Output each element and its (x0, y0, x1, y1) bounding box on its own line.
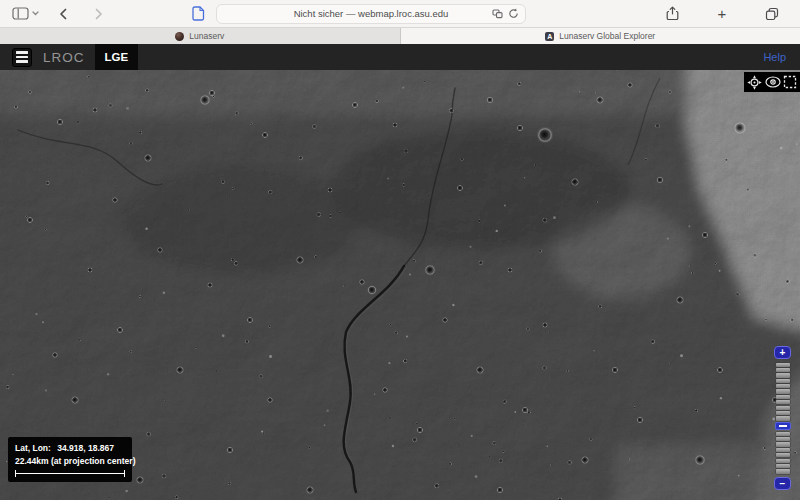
hamburger-menu-button[interactable] (12, 48, 32, 67)
tab-bar: Lunaserv A Lunaserv Global Explorer (0, 28, 800, 44)
zoom-level-bar[interactable] (776, 395, 790, 399)
zoom-level-bar[interactable] (776, 363, 790, 367)
browser-window: Nicht sicher — webmap.lroc.asu.edu (0, 0, 800, 500)
website-settings-icon[interactable] (492, 9, 503, 19)
address-bar[interactable]: Nicht sicher — webmap.lroc.asu.edu (216, 4, 526, 24)
scale-bar (15, 470, 125, 477)
latlon-value: 34.918, 18.867 (57, 443, 114, 453)
compass-icon[interactable] (747, 75, 762, 90)
tab-lge[interactable]: LGE (95, 44, 139, 70)
zoom-level-bar[interactable] (776, 373, 790, 377)
zoom-level-bar[interactable] (776, 379, 790, 383)
lroc-brand[interactable]: LROC (43, 50, 85, 65)
zoom-level-bar[interactable] (776, 459, 790, 463)
latlon-label: Lat, Lon: (15, 443, 51, 453)
zoom-slider-handle[interactable] (775, 422, 791, 430)
tab-label: Lunaserv (189, 31, 224, 41)
start-page-button[interactable] (188, 4, 208, 24)
zoom-level-bar[interactable] (776, 368, 790, 372)
plus-icon: + (718, 6, 727, 21)
zoom-level-bar[interactable] (776, 448, 790, 452)
tabs-icon (765, 7, 779, 21)
lunar-surface-image (0, 70, 800, 500)
zoom-out-button[interactable]: − (774, 477, 791, 490)
zoom-level-bar[interactable] (776, 432, 790, 436)
zoom-level-bar[interactable] (776, 400, 790, 404)
tab-overview-button[interactable] (762, 4, 782, 24)
help-link[interactable]: Help (763, 51, 786, 63)
share-button[interactable] (662, 4, 682, 24)
sidebar-toggle-button[interactable] (10, 4, 30, 24)
chevron-right-icon (95, 8, 103, 20)
tab-label: Lunaserv Global Explorer (559, 31, 655, 41)
zoom-level-bar[interactable] (776, 469, 790, 473)
zoom-level-bar[interactable] (776, 406, 790, 410)
lunar-map-viewport[interactable]: + − Lat, Lon: 34.918, 18.867 22.44km (at… (0, 70, 800, 500)
address-text: Nicht sicher — webmap.lroc.asu.edu (294, 8, 449, 19)
forward-button[interactable] (89, 4, 109, 24)
zoom-level-bar[interactable] (776, 453, 790, 457)
chevron-down-icon[interactable] (32, 11, 39, 16)
select-area-icon[interactable] (783, 75, 797, 89)
reload-icon[interactable] (508, 8, 519, 19)
tab-lunaserv[interactable]: Lunaserv (0, 28, 401, 44)
zoom-level-bar[interactable] (776, 389, 790, 393)
back-button[interactable] (53, 4, 73, 24)
zoom-in-button[interactable]: + (774, 346, 791, 359)
asu-favicon: A (545, 32, 554, 41)
chevron-left-icon (59, 8, 67, 20)
share-icon (666, 6, 679, 21)
sidebar-icon (12, 7, 29, 20)
browser-toolbar: Nicht sicher — webmap.lroc.asu.edu (0, 0, 800, 28)
eye-icon[interactable] (765, 76, 781, 88)
app-header: LROC LGE Help (0, 44, 800, 70)
document-icon (192, 6, 205, 21)
zoom-level-bar[interactable] (776, 416, 790, 420)
zoom-level-bar[interactable] (776, 411, 790, 415)
zoom-level-bar[interactable] (776, 437, 790, 441)
zoom-level-bar[interactable] (776, 464, 790, 468)
moon-favicon (175, 32, 184, 41)
zoom-control: + − (774, 346, 791, 490)
new-tab-button[interactable]: + (712, 4, 732, 24)
tab-lunaserv-global-explorer[interactable]: A Lunaserv Global Explorer (401, 28, 800, 44)
coordinate-readout: Lat, Lon: 34.918, 18.867 22.44km (at pro… (8, 437, 132, 482)
zoom-level-bar[interactable] (776, 384, 790, 388)
map-tool-panel (744, 72, 800, 92)
zoom-level-bar[interactable] (776, 442, 790, 446)
scale-text: 22.44km (at projection center) (15, 456, 125, 466)
